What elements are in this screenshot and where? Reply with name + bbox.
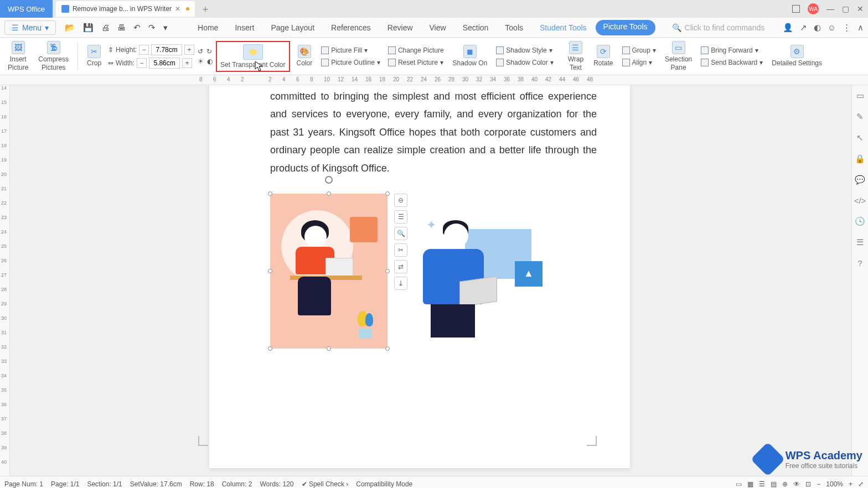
selection-pane-button[interactable]: ▭Selection Pane xyxy=(662,40,695,72)
rotate-handle[interactable] xyxy=(325,176,333,184)
zoom-out-button[interactable]: − xyxy=(817,480,820,488)
undo-icon[interactable]: ↶ xyxy=(133,23,141,33)
tab-home[interactable]: Home xyxy=(190,20,226,35)
picture-fill-button[interactable]: Picture Fill ▾ xyxy=(319,45,383,55)
add-tab-button[interactable]: ＋ xyxy=(200,2,210,15)
shadow-on-button[interactable]: ◼Shadow On xyxy=(450,44,491,68)
print-icon[interactable]: 🖨 xyxy=(101,23,110,33)
more-icon[interactable]: ⋮ xyxy=(843,23,851,33)
reset-picture-button[interactable]: Reset Picture ▾ xyxy=(386,58,446,68)
view-globe-icon[interactable]: ⊕ xyxy=(782,480,788,488)
second-image[interactable]: ✦ ▲ xyxy=(415,218,548,346)
tab-picture-tools[interactable]: Picture Tools xyxy=(596,20,655,35)
document-tab[interactable]: Remove image b... in WPS Writer ✕ xyxy=(56,1,195,17)
tab-references[interactable]: References xyxy=(323,20,379,35)
rotate-right-icon[interactable]: ↻ xyxy=(206,48,212,55)
picture-outline-button[interactable]: Picture Outline ▾ xyxy=(319,58,383,68)
detailed-settings-button[interactable]: ⚙Detailed Settings xyxy=(768,44,825,68)
maximize-icon[interactable]: ▢ xyxy=(842,4,849,13)
resize-handle-se[interactable] xyxy=(385,346,390,351)
send-backward-button[interactable]: Send Backward ▾ xyxy=(699,58,765,68)
code-icon[interactable]: </> xyxy=(854,196,866,205)
height-increase[interactable]: + xyxy=(184,45,194,55)
selected-image[interactable]: ⊖ ☰ 🔍 ✂ ⇄ ⤓ xyxy=(270,194,388,349)
close-tab-icon[interactable]: ✕ xyxy=(175,5,180,13)
height-decrease[interactable]: − xyxy=(139,45,149,55)
qat-more-icon[interactable]: ▾ xyxy=(163,23,168,33)
menu-button[interactable]: ☰ Menu ▾ xyxy=(4,20,56,35)
history-icon[interactable]: 🕓 xyxy=(855,216,865,226)
resize-handle-s[interactable] xyxy=(327,346,331,351)
bring-forward-button[interactable]: Bring Forward ▾ xyxy=(699,45,765,55)
tab-tools[interactable]: Tools xyxy=(497,20,531,35)
object-properties-icon[interactable]: ▭ xyxy=(856,91,864,101)
width-increase[interactable]: + xyxy=(182,58,192,68)
compress-pictures-button[interactable]: 🗜Compress Pictures xyxy=(35,40,72,72)
share-icon[interactable]: ↗ xyxy=(800,23,807,33)
crop-button[interactable]: ✂Crop xyxy=(84,44,105,68)
brightness-icon[interactable]: ☀ xyxy=(198,58,204,65)
width-decrease[interactable]: − xyxy=(137,58,147,68)
zoom-in-button[interactable]: + xyxy=(849,480,852,488)
zoom-out-tool[interactable]: ⊖ xyxy=(394,194,407,207)
user-icon[interactable]: 👤 xyxy=(783,23,793,33)
resize-handle-w[interactable] xyxy=(268,269,272,273)
edit-icon[interactable]: ✎ xyxy=(856,112,864,122)
feedback-icon[interactable]: ☺ xyxy=(828,23,836,33)
view-web-icon[interactable]: ▤ xyxy=(771,480,777,488)
help-icon[interactable]: ? xyxy=(857,258,862,268)
resize-handle-n[interactable] xyxy=(327,191,331,196)
tab-section[interactable]: Section xyxy=(455,20,497,35)
tab-review[interactable]: Review xyxy=(380,20,421,35)
fit-icon[interactable]: ⊡ xyxy=(805,480,811,488)
comment-icon[interactable]: 💬 xyxy=(855,175,865,185)
resize-handle-nw[interactable] xyxy=(268,191,272,196)
select-icon[interactable]: ↖ xyxy=(856,133,864,143)
crop-tool[interactable]: ✂ xyxy=(394,243,407,257)
width-input[interactable] xyxy=(149,58,180,69)
command-search[interactable]: 🔍 Click to find commands xyxy=(672,23,765,32)
window-mode-icon[interactable] xyxy=(792,5,800,13)
open-icon[interactable]: 📂 xyxy=(65,23,75,33)
replace-tool[interactable]: ⇄ xyxy=(394,260,407,273)
fullscreen-icon[interactable]: ⤢ xyxy=(858,480,864,488)
contrast-icon[interactable]: ◐ xyxy=(207,58,213,65)
print-preview-icon[interactable]: 🖶 xyxy=(117,23,126,33)
resize-handle-ne[interactable] xyxy=(385,191,390,196)
tab-student-tools[interactable]: Student Tools xyxy=(532,20,595,35)
vertical-ruler[interactable]: 1415161718192021222324252627282930313233… xyxy=(0,85,10,476)
resize-handle-e[interactable] xyxy=(385,269,390,273)
lock-icon[interactable]: 🔒 xyxy=(855,154,865,164)
height-input[interactable] xyxy=(151,44,182,55)
user-avatar[interactable]: WA xyxy=(808,3,819,14)
save-icon[interactable]: 💾 xyxy=(83,23,94,33)
layout-tool[interactable]: ☰ xyxy=(394,210,407,224)
horizontal-ruler[interactable]: 8642246810121416182022242628303234363840… xyxy=(0,75,868,85)
align-button[interactable]: Align ▾ xyxy=(620,58,658,68)
lock-width-icon[interactable]: ⇔ xyxy=(108,59,113,67)
color-button[interactable]: 🎨Color xyxy=(293,44,316,68)
tab-page-layout[interactable]: Page Layout xyxy=(263,20,322,35)
export-tool[interactable]: ⤓ xyxy=(394,277,407,290)
view-print-icon[interactable]: ▦ xyxy=(747,480,753,488)
close-window-icon[interactable]: ✕ xyxy=(857,4,864,13)
rotate-button[interactable]: ⟳Rotate xyxy=(590,44,616,68)
tab-insert[interactable]: Insert xyxy=(227,20,262,35)
shadow-color-button[interactable]: Shadow Color ▾ xyxy=(494,58,555,68)
collapse-ribbon-icon[interactable]: ∧ xyxy=(857,23,864,33)
group-button[interactable]: Group ▾ xyxy=(620,45,658,55)
insert-picture-button[interactable]: 🖼Insert Picture xyxy=(4,40,32,72)
view-eye-icon[interactable]: 👁 xyxy=(793,480,800,488)
resize-handle-sw[interactable] xyxy=(268,346,272,351)
redo-icon[interactable]: ↷ xyxy=(148,23,156,33)
change-picture-button[interactable]: Change Picture xyxy=(386,45,446,55)
tab-view[interactable]: View xyxy=(422,20,454,35)
spell-check-button[interactable]: ✔ Spell Check › xyxy=(302,480,349,488)
lock-height-icon[interactable]: ⇕ xyxy=(108,46,113,54)
shadow-style-button[interactable]: Shadow Style ▾ xyxy=(494,45,555,55)
zoom-tool[interactable]: 🔍 xyxy=(394,227,407,240)
rotate-left-icon[interactable]: ↺ xyxy=(198,48,203,55)
screen-icon[interactable]: ▭ xyxy=(736,480,742,488)
wrap-text-button[interactable]: ☰Wrap Text xyxy=(565,40,587,72)
minimize-icon[interactable]: — xyxy=(826,4,834,13)
